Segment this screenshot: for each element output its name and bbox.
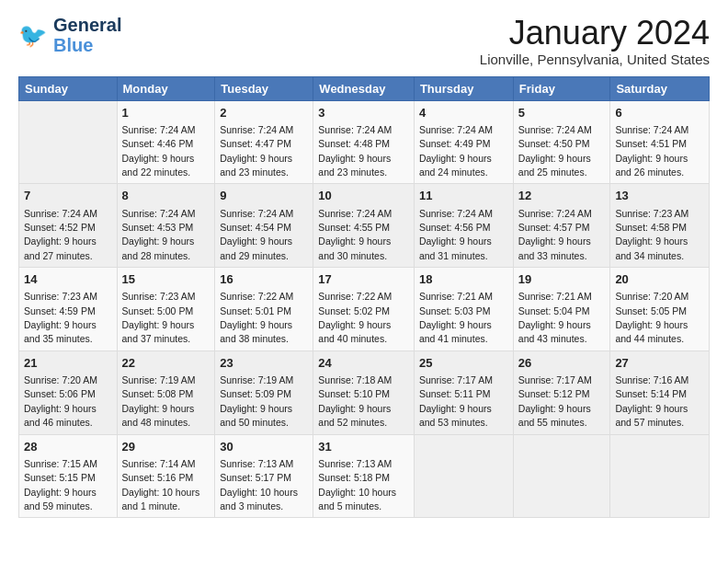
day-number: 27 <box>615 355 704 372</box>
day-info: Sunrise: 7:19 AMSunset: 5:08 PMDaylight:… <box>122 374 196 428</box>
day-info: Sunrise: 7:24 AMSunset: 4:55 PMDaylight:… <box>318 208 392 261</box>
calendar-week-row: 14Sunrise: 7:23 AMSunset: 4:59 PMDayligh… <box>19 268 710 351</box>
day-info: Sunrise: 7:24 AMSunset: 4:56 PMDaylight:… <box>419 208 493 261</box>
table-row: 2Sunrise: 7:24 AMSunset: 4:47 PMDaylight… <box>215 100 313 184</box>
table-row: 16Sunrise: 7:22 AMSunset: 5:01 PMDayligh… <box>215 268 313 351</box>
day-info: Sunrise: 7:13 AMSunset: 5:18 PMDaylight:… <box>318 458 396 511</box>
table-row: 22Sunrise: 7:19 AMSunset: 5:08 PMDayligh… <box>117 350 215 434</box>
table-row: 28Sunrise: 7:15 AMSunset: 5:15 PMDayligh… <box>19 434 118 518</box>
table-row: 8Sunrise: 7:24 AMSunset: 4:53 PMDaylight… <box>117 184 215 268</box>
table-row: 3Sunrise: 7:24 AMSunset: 4:48 PMDaylight… <box>313 100 415 184</box>
table-row: 31Sunrise: 7:13 AMSunset: 5:18 PMDayligh… <box>313 434 415 518</box>
table-row: 11Sunrise: 7:24 AMSunset: 4:56 PMDayligh… <box>414 184 513 268</box>
day-number: 24 <box>318 355 409 372</box>
day-info: Sunrise: 7:21 AMSunset: 5:03 PMDaylight:… <box>419 291 493 344</box>
day-info: Sunrise: 7:24 AMSunset: 4:52 PMDaylight:… <box>24 208 97 261</box>
table-row: 29Sunrise: 7:14 AMSunset: 5:16 PMDayligh… <box>117 434 215 518</box>
day-info: Sunrise: 7:15 AMSunset: 5:15 PMDaylight:… <box>24 458 97 511</box>
day-number: 18 <box>419 271 508 288</box>
day-info: Sunrise: 7:20 AMSunset: 5:06 PMDaylight:… <box>24 374 97 428</box>
col-thursday: Thursday <box>414 76 513 100</box>
day-number: 1 <box>122 105 210 121</box>
day-number: 10 <box>318 188 409 204</box>
day-info: Sunrise: 7:23 AMSunset: 5:00 PMDaylight:… <box>122 291 196 344</box>
calendar-week-row: 1Sunrise: 7:24 AMSunset: 4:46 PMDaylight… <box>19 100 710 184</box>
day-number: 11 <box>419 188 508 204</box>
table-row: 17Sunrise: 7:22 AMSunset: 5:02 PMDayligh… <box>313 268 415 351</box>
table-row: 19Sunrise: 7:21 AMSunset: 5:04 PMDayligh… <box>513 268 610 351</box>
day-info: Sunrise: 7:20 AMSunset: 5:05 PMDaylight:… <box>615 291 688 344</box>
day-number: 31 <box>318 439 409 455</box>
logo: 🐦 General Blue <box>18 15 121 55</box>
table-row: 13Sunrise: 7:23 AMSunset: 4:58 PMDayligh… <box>610 184 710 268</box>
day-number: 13 <box>615 188 704 204</box>
day-number: 6 <box>615 105 704 121</box>
day-info: Sunrise: 7:24 AMSunset: 4:48 PMDaylight:… <box>318 124 392 178</box>
day-number: 14 <box>24 271 112 288</box>
title-block: January 2024 Lionville, Pennsylvania, Un… <box>480 15 710 67</box>
day-number: 25 <box>419 355 508 372</box>
table-row: 30Sunrise: 7:13 AMSunset: 5:17 PMDayligh… <box>215 434 313 518</box>
calendar-header-row: Sunday Monday Tuesday Wednesday Thursday… <box>19 76 710 100</box>
day-info: Sunrise: 7:19 AMSunset: 5:09 PMDaylight:… <box>220 374 293 428</box>
day-number: 23 <box>220 355 308 372</box>
day-number: 26 <box>518 355 606 372</box>
day-info: Sunrise: 7:17 AMSunset: 5:12 PMDaylight:… <box>518 374 592 428</box>
day-info: Sunrise: 7:24 AMSunset: 4:49 PMDaylight:… <box>419 124 493 178</box>
calendar-week-row: 21Sunrise: 7:20 AMSunset: 5:06 PMDayligh… <box>19 350 710 434</box>
col-friday: Friday <box>513 76 610 100</box>
day-info: Sunrise: 7:23 AMSunset: 4:59 PMDaylight:… <box>24 291 97 344</box>
table-row: 12Sunrise: 7:24 AMSunset: 4:57 PMDayligh… <box>513 184 610 268</box>
page: 🐦 General Blue January 2024 Lionville, P… <box>0 0 728 563</box>
day-number: 8 <box>122 188 210 204</box>
table-row: 4Sunrise: 7:24 AMSunset: 4:49 PMDaylight… <box>414 100 513 184</box>
col-sunday: Sunday <box>19 76 118 100</box>
day-info: Sunrise: 7:24 AMSunset: 4:46 PMDaylight:… <box>122 124 196 178</box>
table-row: 27Sunrise: 7:16 AMSunset: 5:14 PMDayligh… <box>610 350 710 434</box>
table-row: 26Sunrise: 7:17 AMSunset: 5:12 PMDayligh… <box>513 350 610 434</box>
day-info: Sunrise: 7:24 AMSunset: 4:50 PMDaylight:… <box>518 124 592 178</box>
day-number: 5 <box>518 105 606 121</box>
table-row: 21Sunrise: 7:20 AMSunset: 5:06 PMDayligh… <box>19 350 118 434</box>
day-number: 28 <box>24 439 112 455</box>
col-monday: Monday <box>117 76 215 100</box>
table-row: 15Sunrise: 7:23 AMSunset: 5:00 PMDayligh… <box>117 268 215 351</box>
day-number: 9 <box>220 188 308 204</box>
table-row <box>414 434 513 518</box>
day-number: 21 <box>24 355 112 372</box>
table-row <box>610 434 710 518</box>
day-number: 12 <box>518 188 606 204</box>
table-row: 14Sunrise: 7:23 AMSunset: 4:59 PMDayligh… <box>19 268 118 351</box>
day-info: Sunrise: 7:21 AMSunset: 5:04 PMDaylight:… <box>518 291 592 344</box>
day-info: Sunrise: 7:13 AMSunset: 5:17 PMDaylight:… <box>220 458 298 511</box>
col-saturday: Saturday <box>610 76 710 100</box>
table-row: 24Sunrise: 7:18 AMSunset: 5:10 PMDayligh… <box>313 350 415 434</box>
location: Lionville, Pennsylvania, United States <box>480 52 710 67</box>
day-info: Sunrise: 7:23 AMSunset: 4:58 PMDaylight:… <box>615 208 688 261</box>
logo-blue: Blue <box>53 35 121 55</box>
day-info: Sunrise: 7:24 AMSunset: 4:53 PMDaylight:… <box>122 208 196 261</box>
day-number: 20 <box>615 271 704 288</box>
logo-bird-icon: 🐦 <box>18 18 51 52</box>
table-row: 20Sunrise: 7:20 AMSunset: 5:05 PMDayligh… <box>610 268 710 351</box>
day-number: 4 <box>419 105 508 121</box>
col-wednesday: Wednesday <box>313 76 415 100</box>
table-row: 1Sunrise: 7:24 AMSunset: 4:46 PMDaylight… <box>117 100 215 184</box>
day-number: 3 <box>318 105 409 121</box>
day-number: 16 <box>220 271 308 288</box>
table-row: 18Sunrise: 7:21 AMSunset: 5:03 PMDayligh… <box>414 268 513 351</box>
day-number: 7 <box>24 188 112 204</box>
calendar-week-row: 28Sunrise: 7:15 AMSunset: 5:15 PMDayligh… <box>19 434 710 518</box>
day-info: Sunrise: 7:24 AMSunset: 4:57 PMDaylight:… <box>518 208 592 261</box>
logo-general: General <box>53 15 121 35</box>
table-row: 6Sunrise: 7:24 AMSunset: 4:51 PMDaylight… <box>610 100 710 184</box>
day-number: 17 <box>318 271 409 288</box>
day-info: Sunrise: 7:16 AMSunset: 5:14 PMDaylight:… <box>615 374 688 428</box>
table-row: 7Sunrise: 7:24 AMSunset: 4:52 PMDaylight… <box>19 184 118 268</box>
day-number: 22 <box>122 355 210 372</box>
calendar-week-row: 7Sunrise: 7:24 AMSunset: 4:52 PMDaylight… <box>19 184 710 268</box>
table-row <box>19 100 118 184</box>
svg-text:🐦: 🐦 <box>18 21 48 50</box>
day-number: 30 <box>220 439 308 455</box>
month-title: January 2024 <box>480 15 710 52</box>
